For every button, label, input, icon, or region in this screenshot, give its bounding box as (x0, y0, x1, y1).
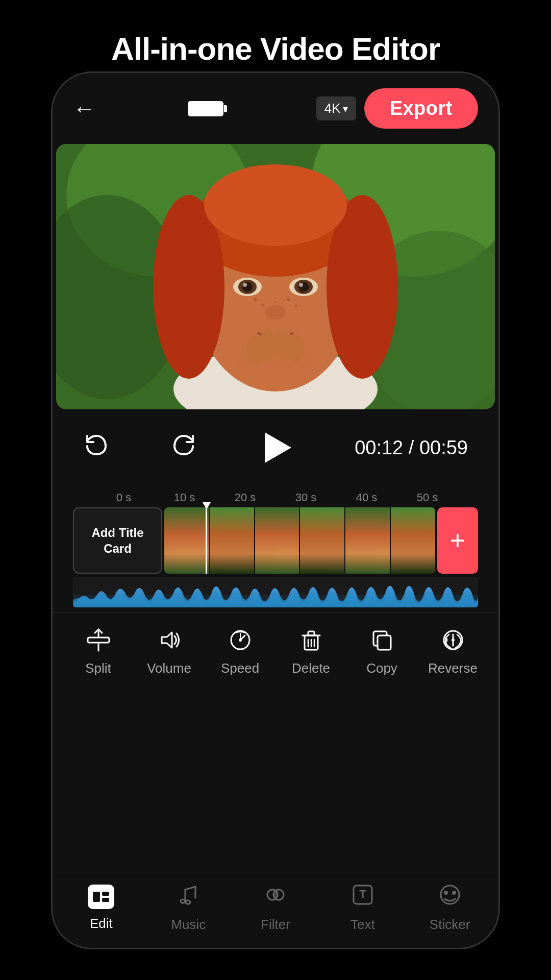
playback-controls: 00:12 / 00:59 (53, 409, 498, 486)
edit-tools: Split Volume (53, 612, 498, 687)
play-icon (265, 432, 291, 463)
svg-line-39 (240, 635, 245, 640)
music-nav-icon (176, 883, 201, 913)
playhead (206, 502, 207, 574)
plus-icon: + (450, 527, 465, 554)
copy-tool[interactable]: Copy (346, 628, 417, 676)
nav-sticker[interactable]: Sticker (406, 883, 493, 933)
timeline-ruler: 0 s 10 s 20 s 30 s 40 s 50 s (63, 486, 488, 507)
add-title-card-button[interactable]: Add TitleCard (73, 507, 162, 574)
filter-nav-icon (263, 883, 288, 913)
filter-nav-label: Filter (261, 917, 290, 933)
video-thumbnail-3 (255, 507, 299, 574)
music-nav-label: Music (171, 917, 206, 933)
svg-rect-50 (93, 892, 100, 902)
svg-point-24 (295, 305, 297, 308)
reverse-label: Reverse (428, 660, 478, 676)
sticker-nav-icon (438, 883, 462, 913)
delete-icon (299, 628, 323, 655)
phone-frame: ← 4K ▾ Export (51, 71, 500, 949)
split-tool[interactable]: Split (63, 628, 134, 676)
resolution-label: 4K (324, 101, 341, 116)
resolution-selector[interactable]: 4K ▾ (316, 96, 356, 120)
bottom-nav: Edit Music Filter (53, 872, 498, 948)
undo-button[interactable] (83, 432, 110, 464)
svg-point-21 (254, 298, 257, 301)
split-label: Split (85, 660, 111, 676)
video-track[interactable] (164, 507, 435, 574)
svg-rect-52 (102, 898, 109, 902)
waveform-svg (73, 577, 478, 607)
timeline-tracks: Add TitleCard + (63, 507, 488, 574)
battery-icon (188, 101, 223, 116)
video-thumbnail-4 (300, 507, 344, 574)
video-thumbnail-6 (391, 507, 435, 574)
video-thumbnail-1 (164, 507, 209, 574)
svg-point-15 (243, 283, 247, 287)
video-thumbnail-2 (210, 507, 254, 574)
back-button[interactable]: ← (73, 96, 95, 121)
svg-rect-47 (378, 635, 391, 650)
video-thumbnail-5 (345, 507, 390, 574)
reverse-tool[interactable]: Reverse (417, 628, 488, 676)
battery-indicator (188, 101, 223, 116)
export-button[interactable]: Export (364, 88, 478, 129)
ruler-mark-50: 50 s (397, 491, 458, 504)
edit-nav-icon (88, 884, 114, 912)
svg-point-59 (452, 891, 456, 895)
text-nav-label: Text (350, 917, 375, 933)
waveform-track (73, 577, 478, 607)
top-bar: ← 4K ▾ Export (53, 73, 498, 139)
svg-rect-32 (88, 638, 109, 643)
add-title-card-label: Add TitleCard (91, 525, 143, 556)
video-frame (56, 144, 495, 409)
ruler-mark-30: 30 s (276, 491, 336, 504)
svg-point-22 (262, 304, 264, 306)
nav-edit[interactable]: Edit (58, 884, 145, 932)
svg-text:T: T (359, 888, 366, 900)
time-display: 00:12 / 00:59 (355, 437, 468, 459)
video-canvas (56, 144, 495, 409)
edit-nav-label: Edit (90, 916, 113, 932)
speed-label: Speed (221, 660, 259, 676)
nav-music[interactable]: Music (145, 883, 232, 933)
volume-icon (158, 628, 181, 655)
volume-label: Volume (147, 660, 191, 676)
copy-icon (370, 628, 394, 655)
svg-point-25 (274, 301, 277, 303)
add-clip-button[interactable]: + (437, 507, 478, 574)
nav-filter[interactable]: Filter (232, 883, 319, 933)
svg-point-20 (265, 305, 286, 320)
ruler-mark-0: 0 s (93, 491, 154, 504)
video-preview (56, 144, 495, 409)
svg-point-19 (299, 283, 303, 287)
ruler-mark-20: 20 s (215, 491, 276, 504)
play-button[interactable] (258, 430, 294, 465)
speed-icon (229, 628, 252, 655)
svg-point-58 (444, 891, 448, 895)
redo-button[interactable] (170, 432, 197, 464)
sticker-nav-label: Sticker (430, 917, 470, 933)
delete-tool[interactable]: Delete (276, 628, 346, 676)
svg-rect-43 (308, 631, 314, 635)
ruler-mark-40: 40 s (336, 491, 397, 504)
timeline-section: 0 s 10 s 20 s 30 s 40 s 50 s Add TitleCa… (53, 486, 498, 607)
reverse-icon (441, 628, 465, 655)
split-icon (87, 628, 110, 655)
svg-rect-51 (102, 892, 109, 896)
speed-tool[interactable]: Speed (205, 628, 276, 676)
svg-point-49 (452, 639, 455, 642)
svg-point-11 (204, 164, 347, 246)
svg-point-23 (287, 298, 290, 301)
right-controls: 4K ▾ Export (316, 88, 478, 129)
svg-point-30 (288, 334, 304, 362)
delete-label: Delete (292, 660, 330, 676)
text-nav-icon: T (350, 883, 375, 913)
nav-text[interactable]: T Text (319, 883, 406, 933)
copy-label: Copy (366, 660, 397, 676)
chevron-down-icon: ▾ (343, 103, 348, 115)
volume-tool[interactable]: Volume (134, 628, 205, 676)
